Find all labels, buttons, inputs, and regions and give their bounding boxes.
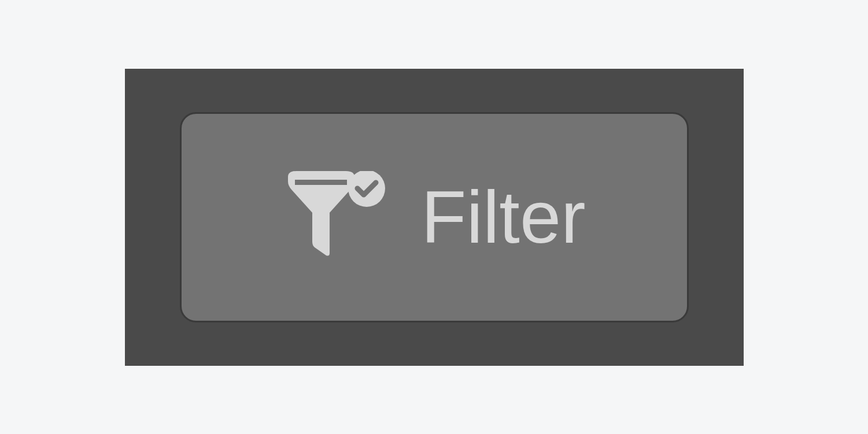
filter-button[interactable]: Filter xyxy=(180,112,689,322)
panel-container: Filter xyxy=(125,69,744,366)
filter-button-label: Filter xyxy=(421,175,585,259)
funnel-check-icon xyxy=(282,171,386,264)
